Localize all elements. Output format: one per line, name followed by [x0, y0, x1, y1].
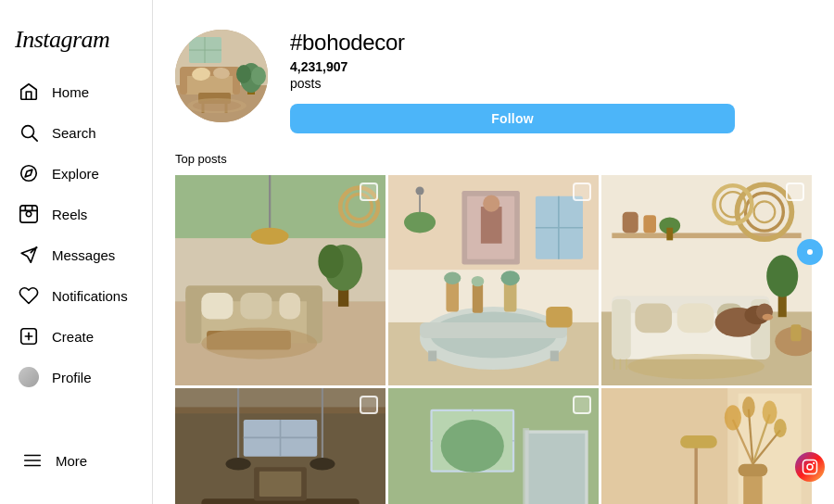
- sidebar-item-explore[interactable]: Explore: [4, 154, 148, 193]
- post-item-6[interactable]: [601, 388, 812, 504]
- svg-point-162: [742, 397, 755, 418]
- sidebar-item-search[interactable]: Search: [4, 113, 148, 152]
- post-select-2[interactable]: [573, 183, 591, 201]
- svg-rect-4: [20, 206, 37, 222]
- svg-rect-155: [743, 472, 762, 504]
- top-posts-label: Top posts: [175, 152, 812, 166]
- svg-rect-141: [523, 428, 529, 504]
- svg-rect-68: [446, 281, 459, 312]
- sidebar-nav: Home Search Explore: [0, 72, 152, 432]
- svg-point-163: [763, 401, 777, 424]
- svg-point-78: [416, 186, 424, 195]
- post-select-4[interactable]: [360, 396, 378, 414]
- svg-point-122: [225, 458, 250, 471]
- svg-point-29: [236, 65, 251, 83]
- hashtag-posts-label: posts: [290, 76, 812, 91]
- sidebar-bottom: More: [0, 432, 152, 489]
- svg-point-71: [472, 276, 485, 286]
- floating-button-2[interactable]: [795, 452, 825, 482]
- sidebar-item-messages[interactable]: Messages: [4, 235, 148, 274]
- sidebar-item-reels[interactable]: Reels: [4, 195, 148, 233]
- svg-rect-114: [175, 388, 385, 410]
- post-select-1[interactable]: [360, 183, 378, 201]
- svg-rect-44: [201, 293, 233, 319]
- sidebar-item-create[interactable]: Create: [4, 317, 148, 356]
- sidebar-item-label-home: Home: [52, 84, 89, 100]
- sidebar-item-more[interactable]: More: [7, 441, 145, 480]
- svg-rect-43: [307, 289, 322, 344]
- svg-point-183: [813, 462, 815, 464]
- svg-rect-66: [428, 351, 436, 361]
- sidebar-item-label-explore: Explore: [52, 166, 99, 182]
- svg-point-35: [193, 100, 241, 111]
- svg-point-112: [627, 354, 764, 379]
- messages-icon: [19, 245, 39, 265]
- sidebar-item-label-profile: Profile: [52, 370, 92, 385]
- svg-point-124: [310, 458, 335, 471]
- sidebar-item-profile[interactable]: Profile: [4, 358, 148, 397]
- svg-point-52: [251, 228, 289, 245]
- sidebar-item-notifications[interactable]: Notifications: [4, 276, 148, 315]
- svg-point-2: [21, 166, 37, 182]
- svg-rect-90: [623, 212, 638, 233]
- svg-point-73: [500, 271, 519, 285]
- follow-button[interactable]: Follow: [290, 104, 735, 133]
- svg-rect-99: [677, 303, 714, 333]
- hashtag-title: #bohodecor: [290, 30, 812, 56]
- svg-point-111: [766, 255, 798, 296]
- app-logo: Instagram: [0, 15, 152, 72]
- svg-rect-98: [635, 303, 672, 333]
- reels-icon: [19, 204, 39, 224]
- svg-rect-128: [259, 472, 301, 497]
- svg-rect-74: [546, 307, 572, 328]
- post-item-3[interactable]: [601, 175, 812, 385]
- svg-rect-67: [550, 351, 559, 361]
- svg-point-30: [251, 67, 266, 85]
- notifications-icon: [19, 285, 39, 306]
- svg-point-182: [807, 464, 813, 470]
- explore-icon: [19, 163, 39, 183]
- profile-avatar-icon: [19, 367, 39, 387]
- svg-point-161: [725, 405, 741, 430]
- top-posts-section: Top posts: [153, 152, 834, 504]
- svg-rect-120: [175, 407, 385, 413]
- svg-rect-23: [180, 69, 187, 94]
- svg-rect-42: [185, 289, 201, 344]
- posts-grid: Before: [175, 175, 812, 504]
- sidebar-item-home[interactable]: Home: [4, 72, 148, 111]
- svg-rect-109: [790, 324, 801, 341]
- sidebar-item-label-create: Create: [52, 329, 94, 345]
- post-select-5[interactable]: [573, 396, 591, 414]
- search-icon: [19, 122, 39, 143]
- sidebar: Instagram Home Search: [0, 0, 153, 504]
- main-content: #bohodecor 4,231,907 posts Follow Top po…: [153, 0, 834, 504]
- post-item-5[interactable]: Before: [388, 388, 599, 504]
- svg-rect-70: [473, 284, 483, 313]
- svg-marker-3: [25, 170, 32, 177]
- svg-point-107: [763, 314, 773, 321]
- floating-button-1[interactable]: [797, 239, 823, 265]
- svg-line-1: [32, 136, 37, 141]
- svg-point-138: [441, 420, 504, 472]
- svg-rect-93: [666, 228, 673, 241]
- svg-rect-156: [739, 464, 768, 477]
- sidebar-item-label-more: More: [56, 453, 87, 469]
- svg-rect-46: [279, 293, 300, 319]
- svg-rect-96: [612, 299, 630, 359]
- svg-point-69: [444, 271, 461, 284]
- sidebar-item-label-notifications: Notifications: [52, 288, 128, 304]
- svg-rect-45: [240, 293, 272, 319]
- sidebar-item-label-messages: Messages: [52, 247, 115, 263]
- post-item-4[interactable]: [175, 388, 385, 504]
- svg-point-180: [807, 249, 813, 255]
- svg-point-62: [483, 195, 499, 212]
- sidebar-item-label-reels: Reels: [52, 207, 87, 222]
- post-item-1[interactable]: [175, 175, 385, 385]
- post-select-3[interactable]: [786, 183, 804, 201]
- post-item-2[interactable]: [388, 175, 599, 385]
- svg-point-53: [201, 328, 317, 359]
- svg-rect-140: [528, 434, 585, 504]
- svg-rect-181: [803, 460, 817, 474]
- home-icon: [19, 82, 39, 102]
- svg-point-5: [26, 211, 32, 217]
